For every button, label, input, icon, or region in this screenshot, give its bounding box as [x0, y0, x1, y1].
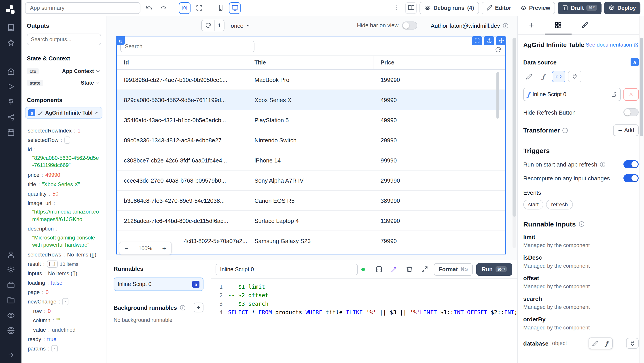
script-name-input[interactable]: [216, 263, 358, 275]
output-tree-row-value[interactable]: value:undefined: [28, 325, 106, 334]
column-header-id[interactable]: Id: [117, 56, 247, 69]
favorites-star-icon[interactable]: [0, 35, 22, 50]
table-row[interactable]: 354f6afd-43ac-4321-b1bc-0b5e5adcb...Play…: [117, 110, 505, 130]
output-tree-row-selectedRowIndex[interactable]: selectedRowIndex:1: [28, 126, 106, 135]
tab-component-settings[interactable]: [545, 16, 572, 35]
static-edit-button[interactable]: [523, 71, 535, 82]
run-button[interactable]: Run ⌘⏎: [476, 263, 512, 275]
output-chip[interactable]: -: [52, 345, 58, 352]
output-chip[interactable]: -: [62, 298, 68, 305]
zoom-in-button[interactable]: +: [157, 242, 171, 254]
output-tree-row-selectedRows[interactable]: selectedRows:No items ([]): [28, 250, 106, 259]
table-row[interactable]: ccee43dc-27e0-40a8-b768-b09579b0...Sony …: [117, 171, 505, 191]
aggrid-component[interactable]: a Id Title Price f99189: [116, 37, 506, 254]
collapse-arrow-icon[interactable]: [0, 351, 22, 358]
add-transformer-button[interactable]: Add: [613, 124, 639, 136]
billing-dollar-icon[interactable]: [0, 94, 22, 109]
event-pill-refresh[interactable]: refresh: [546, 200, 573, 209]
windmill-logo[interactable]: [0, 0, 22, 20]
runs-play-icon[interactable]: [0, 79, 22, 94]
output-tree-row-id[interactable]: id:: [28, 145, 106, 154]
database-edit-button[interactable]: [589, 338, 600, 349]
format-button[interactable]: Format ⌘S: [434, 263, 473, 275]
table-row[interactable]: 829ca080-5630-4562-9d5e-7611199d...Xbox …: [117, 90, 505, 110]
user-icon[interactable]: [0, 247, 22, 262]
inline-script-mode-button[interactable]: [552, 71, 565, 82]
more-menu-button[interactable]: [391, 2, 402, 14]
output-tree-row-ready[interactable]: ready:true: [28, 334, 106, 344]
add-background-runnable-button[interactable]: [194, 302, 204, 312]
workspace-briefcase-icon[interactable]: [0, 277, 22, 292]
database-button[interactable]: [373, 263, 384, 275]
inline-script-selector[interactable]: ƒ Inline Script 0: [523, 88, 621, 101]
remove-script-button[interactable]: [624, 88, 639, 101]
output-tree-row-selectedRow[interactable]: selectedRow:-: [28, 135, 106, 145]
output-tree-row-inputs[interactable]: inputs:No items ([]): [28, 268, 106, 278]
align-grid-button[interactable]: |0|: [179, 2, 190, 14]
tab-insert-component[interactable]: [518, 16, 545, 35]
component-list-item[interactable]: a AgGrid Infinite Table: [25, 107, 102, 119]
settings-scrollbar[interactable]: [639, 16, 644, 363]
grid-scrollbar[interactable]: [496, 72, 499, 119]
ctx-row[interactable]: ctx App Context: [22, 65, 106, 77]
column-header-title[interactable]: Title: [247, 56, 374, 69]
expand-editor-button[interactable]: [418, 263, 430, 275]
hub-icon[interactable]: [0, 109, 22, 124]
database-connect-button[interactable]: [626, 338, 639, 349]
output-tree-row-column[interactable]: column:"": [28, 315, 106, 325]
home-icon[interactable]: [0, 64, 22, 79]
table-row[interactable]: 89c0a336-1343-4812-ac34-e4bb8e27...Ninte…: [117, 130, 505, 150]
desktop-view-button[interactable]: [229, 2, 240, 14]
app-canvas[interactable]: a Id Title Price f99189: [106, 35, 518, 260]
refresh-app-button[interactable]: [202, 20, 214, 31]
output-tree-row-description[interactable]: description:: [28, 224, 106, 234]
output-tree-row-price[interactable]: price:49990: [28, 170, 106, 180]
app-summary-input[interactable]: [25, 2, 140, 14]
preview-tab-button[interactable]: Preview: [516, 2, 555, 14]
component-tag-badge[interactable]: a: [116, 36, 125, 45]
mobile-view-button[interactable]: [215, 2, 226, 14]
database-eval-button[interactable]: ƒ: [600, 338, 612, 349]
output-tree-row-page[interactable]: page:0: [28, 287, 106, 297]
zoom-out-button[interactable]: −: [120, 242, 134, 254]
grid-search-input[interactable]: [120, 41, 254, 52]
deploy-button[interactable]: Deploy: [604, 2, 640, 14]
debug-runs-button[interactable]: Debug runs (4): [420, 2, 479, 14]
apps-icon[interactable]: [0, 20, 22, 35]
undo-button[interactable]: [143, 2, 155, 14]
output-tree-row-newChange[interactable]: newChange:-: [28, 297, 106, 306]
grid-refresh-button[interactable]: [495, 47, 501, 53]
hide-bar-toggle[interactable]: [402, 22, 417, 30]
output-tree-row-title[interactable]: title:"Xbox Series X": [28, 180, 106, 189]
refresh-count[interactable]: 1: [214, 20, 224, 31]
eval-function-button[interactable]: ƒ: [538, 71, 549, 82]
table-row[interactable]: c303bce7-cb2e-42c6-8fdf-6aa01fc4e4...iPh…: [117, 150, 505, 171]
expand-component-button[interactable]: [472, 36, 482, 45]
state-row[interactable]: state State: [22, 77, 106, 89]
interval-select[interactable]: once: [231, 22, 251, 29]
output-tree-row-result[interactable]: result:[...]10 items: [28, 259, 106, 268]
audit-eye-icon[interactable]: [0, 307, 22, 323]
globe-icon[interactable]: [0, 323, 22, 338]
output-tree-row-row[interactable]: row:0: [28, 306, 106, 315]
output-tree-row-loading[interactable]: loading:false: [28, 278, 106, 287]
hide-refresh-toggle[interactable]: [624, 108, 639, 116]
tab-styling[interactable]: [572, 16, 598, 35]
docs-book-button[interactable]: [405, 2, 417, 14]
delete-script-button[interactable]: [404, 263, 415, 275]
settings-gear-icon[interactable]: [0, 262, 22, 277]
table-row[interactable]: f991898d-cb27-4ac7-b10c-0b9050ce1...MacB…: [117, 70, 505, 90]
event-pill-start[interactable]: start: [523, 200, 544, 209]
connect-plug-button[interactable]: [568, 71, 582, 82]
output-tree-row-quantity[interactable]: quantity:50: [28, 189, 106, 198]
trigger-start-toggle[interactable]: [624, 160, 639, 168]
anchor-component-button[interactable]: [484, 36, 494, 45]
output-tree-row-image_url[interactable]: image_url:: [28, 198, 106, 208]
table-row[interactable]: 4c83-8022-5e70a07a2...Samsung Galaxy S23…: [117, 231, 505, 251]
canvas-scrollbar[interactable]: [512, 38, 516, 248]
outputs-search-input[interactable]: [27, 34, 101, 45]
draft-button[interactable]: Draft ⌘S: [558, 2, 602, 14]
code-editor[interactable]: 1234 -- $1 limit-- $2 offset-- $3 search…: [211, 279, 518, 363]
runnable-item-inline-script-0[interactable]: Inline Script 0 a: [114, 277, 204, 291]
schedules-calendar-icon[interactable]: [0, 124, 22, 140]
